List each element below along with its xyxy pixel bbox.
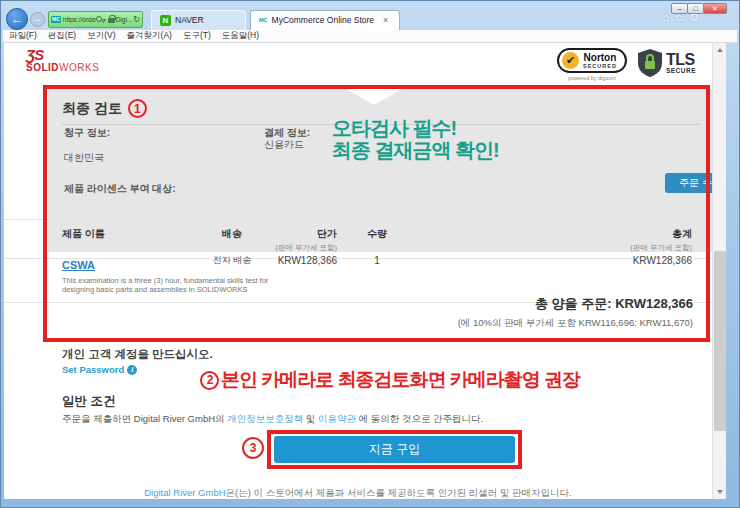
tax-note: (에 10%의 판매 부가세 포함 KRW116,696: KRW11,670): [458, 317, 693, 330]
naver-icon: N: [160, 15, 171, 26]
menu-favorites[interactable]: 즐겨찾기(A): [127, 30, 172, 42]
unit-price: KRW128,366: [252, 255, 337, 294]
logo-solid: SOLID: [26, 62, 59, 73]
back-button[interactable]: ←: [6, 8, 28, 30]
create-account-heading: 개인 고객 계정을 만드십시오.: [62, 347, 213, 362]
tab-label: MyCommerce Online Store: [272, 15, 375, 25]
norton-name: Norton: [583, 53, 617, 63]
annotation-typo-check: 오타검사 필수! 최종 결재금액 확인!: [332, 117, 499, 161]
lock-icon[interactable]: [108, 18, 115, 23]
terms-before: 주문을 제출하면 Digital River GmbH의: [62, 413, 227, 424]
menu-help[interactable]: 도움말(H): [222, 30, 259, 42]
annotation-line-1: 오타검사 필수!: [332, 117, 499, 139]
digital-river-link[interactable]: Digital River GmbH: [144, 487, 225, 498]
menu-edit[interactable]: 편집(E): [48, 30, 76, 42]
set-password-link[interactable]: Set Password: [62, 364, 124, 375]
navigation-bar: ← → MC https://order.s... ▾ Digi... ↻ N …: [6, 8, 699, 30]
address-bar[interactable]: MC https://order.s... ▾ Digi... ↻: [48, 11, 143, 28]
check-icon: ✔: [562, 52, 579, 69]
norton-badge: ✔ Norton SECURED powered by digicert: [557, 48, 627, 81]
line-total: KRW128,366: [417, 255, 692, 294]
mycommerce-icon: MC: [259, 17, 268, 23]
step-3-badge: 3: [242, 437, 264, 459]
terms-mid: 및: [303, 413, 318, 424]
info-icon[interactable]: i: [127, 365, 137, 375]
tab-naver[interactable]: N NAVER: [151, 10, 246, 30]
terms-text: 주문을 제출하면 Digital River GmbH의 개인정보보호정책 및 …: [62, 413, 483, 426]
col-unit-price: 단가: [317, 228, 337, 239]
menu-file[interactable]: 파일(F): [9, 30, 37, 42]
browser-window: – □ ✕ ← → MC https://order.s... ▾ Digi..…: [0, 0, 740, 508]
footer-text: 은(는) 이 스토어에서 제품과 서비스를 제공하도록 인가된 리셀러 및 판매…: [226, 487, 572, 498]
minimize-button[interactable]: –: [671, 3, 688, 14]
chevron-down-icon: [717, 490, 723, 494]
checkout-page: ƷS SOLIDWORKS ✔ Norton SECURED powered b…: [4, 43, 712, 499]
scroll-up-button[interactable]: [713, 43, 726, 57]
product-link-cswa[interactable]: CSWA: [62, 259, 95, 271]
grand-total-value: KRW128,366: [615, 296, 693, 311]
buy-now-button[interactable]: 지금 구입: [274, 436, 515, 463]
url-text: https://order.s...: [63, 16, 96, 23]
menu-tools[interactable]: 도구(T): [183, 30, 211, 42]
payment-method: 신용카드: [264, 138, 304, 152]
vertical-scrollbar[interactable]: [712, 43, 726, 499]
billing-info-label: 청구 정보:: [64, 126, 110, 140]
logo-works: WORKS: [59, 62, 99, 73]
chevron-up-icon: [717, 48, 723, 52]
site-identity-text[interactable]: Digi...: [116, 16, 133, 23]
tab-mycommerce[interactable]: MC MyCommerce Online Store ×: [250, 10, 400, 30]
quantity: 1: [337, 255, 417, 294]
solidworks-logo: ƷS SOLIDWORKS: [26, 46, 99, 73]
terms-after: 에 동의한 것으로 간주됩니다.: [356, 413, 483, 424]
privacy-policy-link[interactable]: 개인정보보호정책: [227, 413, 303, 424]
tab-label: NAVER: [175, 15, 204, 25]
norton-powered-by: powered by digicert: [557, 75, 627, 81]
billing-country: 대한민국: [64, 151, 104, 165]
step-1-badge: 1: [128, 99, 147, 118]
refresh-icon[interactable]: ↻: [133, 15, 140, 24]
reseller-footer: Digital River GmbH은(는) 이 스토어에서 제품과 서비스를 …: [4, 487, 712, 499]
step-pointer-triangle: [346, 89, 402, 105]
menu-view[interactable]: 보기(V): [87, 30, 115, 42]
tls-secure-label: SECURE: [666, 68, 696, 75]
annotation-camera-text: 본인 카메라로 최종검토화면 카메라촬영 권장: [221, 367, 580, 393]
scrollbar-thumb[interactable]: [714, 251, 726, 431]
license-target-label: 제품 라이센스 부여 대상:: [64, 182, 176, 196]
close-tab-icon[interactable]: ×: [380, 14, 391, 26]
tls-secure-badge: TLS SECURE: [637, 48, 696, 78]
tab-strip: N NAVER MC MyCommerce Online Store ×: [151, 9, 404, 30]
security-badges: ✔ Norton SECURED powered by digicert: [557, 48, 696, 81]
solidworks-logo-text: SOLIDWORKS: [26, 62, 99, 73]
maximize-button[interactable]: □: [687, 3, 704, 14]
col-total: 총계: [672, 228, 692, 239]
search-icon[interactable]: [96, 16, 102, 22]
window-controls: – □ ✕: [672, 3, 727, 14]
address-favicon: MC: [51, 16, 61, 23]
forward-button[interactable]: →: [30, 12, 45, 27]
tls-label: TLS: [666, 52, 696, 68]
page-viewport: ƷS SOLIDWORKS ✔ Norton SECURED powered b…: [4, 43, 726, 499]
scroll-down-button[interactable]: [713, 485, 726, 499]
order-totals: 총 양을 주문: KRW128,366 (에 10%의 판매 부가세 포함 KR…: [458, 295, 693, 330]
shipping-method: 전자 배송: [212, 255, 252, 294]
annotation-line-2: 최종 결재금액 확인!: [332, 139, 499, 161]
grand-total-label: 총 양을 주문:: [535, 296, 612, 311]
page-title: 최종 검토: [62, 100, 122, 118]
norton-secured-label: SECURED: [583, 63, 617, 69]
shield-lock-icon: [637, 48, 663, 78]
step-2-badge: 2: [200, 371, 219, 390]
home-icon[interactable]: ⌂: [663, 11, 670, 24]
annotation-camera-note: 2 본인 카메라로 최종검토화면 카메라촬영 권장: [200, 367, 580, 393]
close-button[interactable]: ✕: [703, 3, 727, 14]
menu-bar: 파일(F) 편집(E) 보기(V) 즐겨찾기(A) 도구(T) 도움말(H): [3, 30, 737, 43]
terms-heading: 일반 조건: [62, 393, 115, 410]
solidworks-logo-mark: ƷS: [26, 46, 99, 63]
site-header: ƷS SOLIDWORKS ✔ Norton SECURED powered b…: [4, 43, 712, 89]
terms-of-use-link[interactable]: 이용약관: [318, 413, 356, 424]
